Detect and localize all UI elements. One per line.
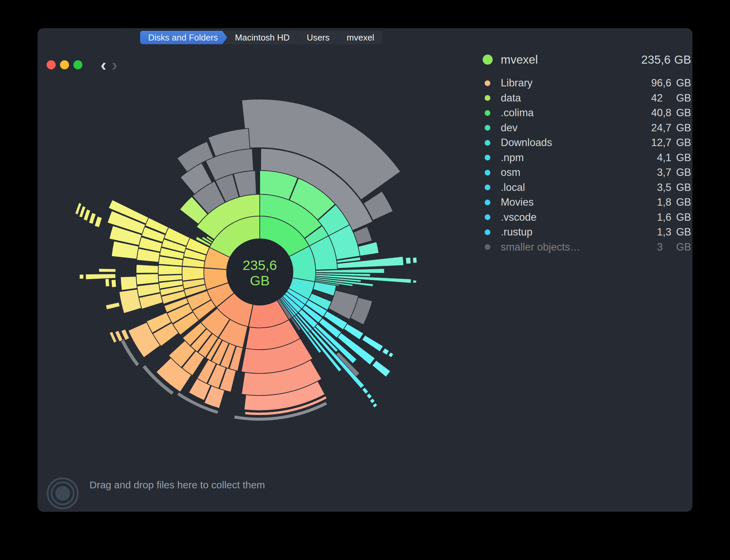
- legend-item-value: 3 GB: [642, 241, 691, 253]
- legend-item-color-dot: [485, 125, 490, 131]
- legend-item-num: 12: [642, 137, 663, 149]
- sunburst-segment[interactable]: [120, 276, 137, 290]
- legend-item-row[interactable]: .local 3 ,5 GB: [483, 180, 691, 195]
- legend-item-color-dot: [485, 140, 490, 146]
- sunburst-segment[interactable]: [362, 388, 368, 394]
- sunburst-segment[interactable]: [406, 257, 411, 264]
- legend-item-color-dot: [485, 170, 490, 176]
- sunburst-segment[interactable]: [106, 302, 120, 309]
- daisydisk-window: 235,6GB ‹ › Disks and FoldersMacintosh H…: [38, 28, 692, 512]
- legend-item-unit: GB: [676, 92, 691, 104]
- legend-item-name: Library: [501, 77, 533, 89]
- sunburst-segment[interactable]: [372, 360, 390, 377]
- sunburst-segment[interactable]: [89, 213, 96, 224]
- sunburst-segment[interactable]: [119, 289, 141, 313]
- legend-item-color-dot: [485, 229, 490, 235]
- legend-item-color-dot: [485, 214, 490, 220]
- legend-header-name: mvexel: [501, 53, 538, 66]
- sunburst-segment[interactable]: [158, 265, 182, 275]
- legend-item-row[interactable]: Movies 1 ,8 GB: [483, 195, 691, 210]
- legend-item-unit: GB: [676, 211, 691, 223]
- legend-item-value: 42 GB: [642, 92, 691, 104]
- sunburst-segment[interactable]: [136, 274, 159, 285]
- breadcrumb-tab-disks-and-folders[interactable]: Disks and Folders: [140, 31, 227, 44]
- zoom-button[interactable]: [73, 60, 82, 69]
- legend-item-num: 4: [642, 152, 663, 164]
- legend-item-num: 3: [642, 182, 663, 194]
- legend-item-row[interactable]: .colima 40 ,8 GB: [483, 106, 691, 121]
- legend-item-color-dot: [485, 200, 490, 205]
- legend-item-unit: GB: [676, 122, 691, 134]
- legend-item-num: 3: [642, 166, 663, 179]
- sunburst-segment[interactable]: [370, 399, 375, 404]
- nav-buttons: ‹ ›: [101, 57, 118, 73]
- close-button[interactable]: [47, 60, 56, 69]
- legend-item-row[interactable]: .rustup 1 ,3 GB: [483, 225, 691, 240]
- sunburst-segment[interactable]: [136, 264, 159, 273]
- sunburst-segment[interactable]: [373, 403, 377, 408]
- legend-item-name: Downloads: [501, 137, 552, 149]
- legend-item-name: .npm: [501, 152, 524, 164]
- legend-item-name: dev: [501, 122, 518, 134]
- legend-item-row[interactable]: data 42 GB: [483, 91, 691, 106]
- back-chevron-icon[interactable]: ‹: [101, 58, 106, 72]
- legend-item-value: 24 ,7 GB: [642, 122, 691, 134]
- legend-item-value: 1 ,6 GB: [642, 211, 691, 223]
- sunburst-segment[interactable]: [99, 269, 116, 272]
- sunburst-segment[interactable]: [413, 257, 417, 263]
- legend-item-name: Movies: [501, 196, 534, 208]
- legend-item-unit: GB: [676, 241, 691, 253]
- drop-hint-text: Drag and drop files here to collect them: [89, 479, 265, 491]
- sunburst-segment[interactable]: [95, 216, 102, 227]
- sunburst-segment[interactable]: [105, 279, 110, 287]
- legend-item-row[interactable]: Library 96 ,6 GB: [483, 76, 691, 91]
- sunburst-segment[interactable]: [111, 280, 117, 288]
- forward-chevron-icon[interactable]: ›: [112, 58, 117, 72]
- screen: 235,6GB ‹ › Disks and FoldersMacintosh H…: [0, 0, 730, 560]
- legend-item-name: .local: [501, 182, 525, 194]
- legend-item-frac: ,1: [663, 152, 675, 164]
- legend-item-unit: GB: [676, 152, 691, 164]
- legend-item-color-dot: [485, 155, 490, 160]
- legend-item-num: 1: [642, 211, 663, 223]
- legend-item-unit: GB: [676, 107, 691, 119]
- breadcrumb-tab-macintosh-hd[interactable]: Macintosh HD: [223, 31, 299, 44]
- sunburst-segment[interactable]: [79, 274, 83, 279]
- legend-item-row[interactable]: smaller objects… 3 GB: [483, 240, 691, 255]
- sunburst-segment[interactable]: [182, 267, 204, 281]
- legend-item-name: smaller objects…: [501, 241, 581, 253]
- sunburst-segment[interactable]: [388, 352, 393, 357]
- legend-items: Library 96 ,6 GB data 42 GB .colima 40 ,…: [483, 76, 691, 255]
- legend-item-value: 4 ,1 GB: [642, 152, 691, 164]
- drop-target-icon[interactable]: [43, 473, 83, 512]
- legend-item-value: 3 ,5 GB: [642, 182, 691, 194]
- legend-header-row[interactable]: mvexel 235 ,6 GB: [483, 49, 691, 70]
- legend-item-row[interactable]: osm 3 ,7 GB: [483, 165, 691, 180]
- sunburst-segment[interactable]: [362, 335, 383, 352]
- legend-item-name: data: [501, 92, 521, 104]
- breadcrumb-tab-users[interactable]: Users: [295, 31, 339, 44]
- sunburst-segment[interactable]: [413, 280, 416, 283]
- legend-item-row[interactable]: .vscode 1 ,6 GB: [483, 210, 691, 225]
- legend-item-color-dot: [485, 244, 490, 250]
- legend-item-frac: ,7: [663, 166, 675, 179]
- minimize-button[interactable]: [60, 60, 69, 69]
- legend-item-row[interactable]: .npm 4 ,1 GB: [483, 150, 691, 165]
- legend-item-unit: GB: [676, 166, 691, 179]
- breadcrumb: Disks and FoldersMacintosh HDUsersmvexel: [140, 31, 382, 44]
- legend-item-value: 1 ,3 GB: [642, 226, 691, 238]
- legend-item-num: 3: [642, 241, 663, 253]
- sunburst-segment[interactable]: [85, 274, 116, 279]
- legend-item-row[interactable]: dev 24 ,7 GB: [483, 121, 691, 136]
- legend-item-name: .colima: [501, 107, 534, 119]
- sunburst-segment[interactable]: [382, 348, 389, 355]
- legend-item-unit: GB: [676, 182, 691, 194]
- legend-item-row[interactable]: Downloads 12 ,7 GB: [483, 135, 691, 150]
- breadcrumb-tab-mvexel[interactable]: mvexel: [334, 31, 382, 44]
- legend-header-frac: ,6: [661, 53, 673, 66]
- legend-header-num: 235: [637, 53, 661, 66]
- sunburst-segment[interactable]: [367, 394, 372, 399]
- legend-item-value: 3 ,7 GB: [642, 166, 691, 179]
- legend-header-value: 235 ,6 GB: [637, 53, 691, 66]
- traffic-lights: [47, 60, 82, 69]
